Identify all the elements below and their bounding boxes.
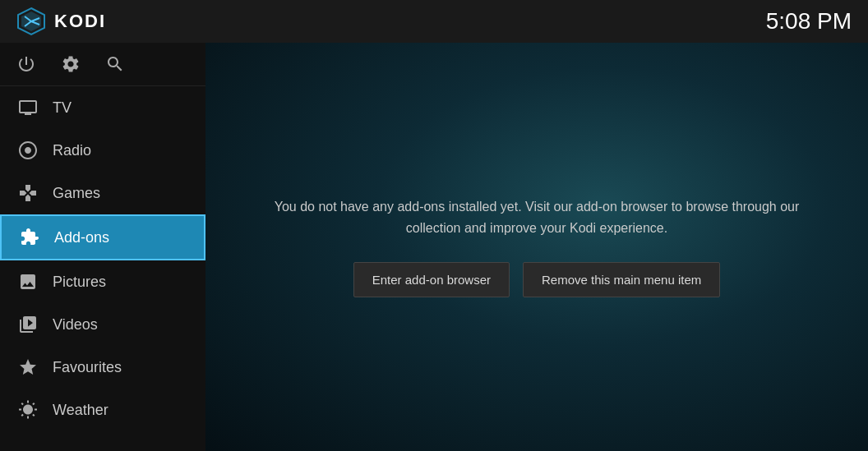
main-layout: TV Radio Games Add-ons: [0, 43, 868, 451]
sidebar-item-games[interactable]: Games: [0, 172, 205, 214]
weather-icon: [16, 398, 39, 421]
sidebar-item-videos-label: Videos: [53, 316, 98, 334]
sidebar-item-tv-label: TV: [53, 99, 72, 117]
content-message: You do not have any add-ons installed ye…: [257, 196, 816, 238]
power-button[interactable]: [16, 54, 36, 74]
pictures-icon: [16, 270, 39, 293]
videos-icon: [16, 313, 39, 336]
settings-button[interactable]: [61, 54, 81, 74]
sidebar-item-radio-label: Radio: [53, 142, 91, 159]
sidebar-item-weather[interactable]: Weather: [0, 389, 205, 431]
games-icon: [16, 182, 39, 205]
tv-icon: [16, 96, 39, 119]
sidebar-item-pictures[interactable]: Pictures: [0, 260, 205, 303]
logo-area: KODI: [16, 7, 106, 36]
sidebar-item-favourites-label: Favourites: [53, 359, 122, 376]
kodi-logo-icon: [16, 7, 46, 36]
clock-display: 5:08 PM: [766, 8, 852, 35]
content-area: You do not have any add-ons installed ye…: [205, 43, 868, 451]
content-buttons: Enter add-on browser Remove this main me…: [353, 262, 721, 297]
remove-menu-item-button[interactable]: Remove this main menu item: [523, 262, 720, 297]
app-title: KODI: [54, 11, 106, 32]
sidebar-item-tv[interactable]: TV: [0, 86, 205, 129]
search-button[interactable]: [105, 54, 125, 74]
sidebar-system-icons: [0, 43, 205, 86]
radio-icon: [16, 139, 39, 162]
sidebar-item-games-label: Games: [53, 185, 100, 202]
enter-addon-browser-button[interactable]: Enter add-on browser: [353, 262, 510, 297]
sidebar-item-videos[interactable]: Videos: [0, 303, 205, 346]
top-bar: KODI 5:08 PM: [0, 0, 868, 43]
sidebar-item-addons[interactable]: Add-ons: [0, 214, 205, 260]
addons-icon: [18, 226, 41, 249]
sidebar-item-favourites[interactable]: Favourites: [0, 346, 205, 389]
favourites-icon: [16, 356, 39, 379]
sidebar-item-addons-label: Add-ons: [54, 229, 109, 246]
sidebar-nav: TV Radio Games Add-ons: [0, 86, 205, 451]
sidebar: TV Radio Games Add-ons: [0, 43, 205, 451]
sidebar-item-radio[interactable]: Radio: [0, 129, 205, 172]
sidebar-item-weather-label: Weather: [53, 402, 108, 419]
sidebar-item-pictures-label: Pictures: [53, 274, 106, 291]
